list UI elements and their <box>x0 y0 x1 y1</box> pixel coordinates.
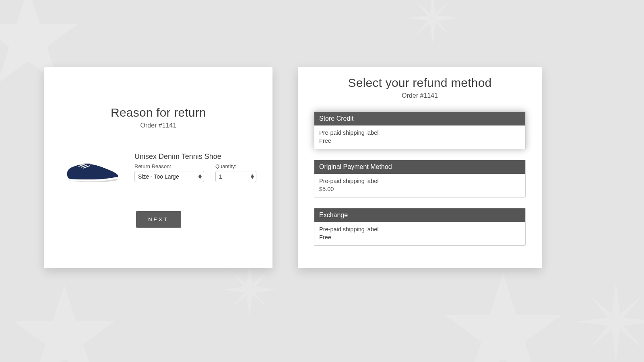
bg-star-icon <box>12 282 117 362</box>
svg-marker-17 <box>14 285 115 362</box>
bg-burst-icon <box>576 282 644 362</box>
svg-marker-15 <box>250 270 269 290</box>
quantity-value: 1 <box>219 173 222 180</box>
product-row: Unisex Denim Tennis Shoe Return Reason: … <box>60 152 256 186</box>
svg-marker-18 <box>445 273 561 362</box>
select-stepper-icon <box>197 172 203 181</box>
refund-option-price: $5.00 <box>319 186 520 192</box>
order-number: Order #1141 <box>314 92 526 99</box>
refund-option-title: Original Payment Method <box>314 160 525 174</box>
bg-star-icon <box>443 269 564 362</box>
return-reason-value: Size - Too Large <box>138 173 179 180</box>
quantity-select[interactable]: 1 <box>215 171 256 182</box>
svg-marker-21 <box>576 318 616 326</box>
refund-option-price: Free <box>319 138 520 144</box>
svg-marker-4 <box>433 16 459 21</box>
svg-marker-12 <box>250 287 278 292</box>
svg-marker-6 <box>433 18 451 37</box>
svg-marker-5 <box>415 0 433 18</box>
refund-option-title: Exchange <box>314 208 525 222</box>
svg-marker-29 <box>198 177 202 179</box>
return-reason-label: Return Reason: <box>134 163 204 169</box>
svg-marker-14 <box>250 290 269 309</box>
svg-marker-3 <box>407 16 433 21</box>
bg-burst-icon <box>221 261 278 318</box>
svg-marker-31 <box>251 177 254 179</box>
return-reason-select[interactable]: Size - Too Large <box>134 171 204 182</box>
svg-marker-20 <box>612 322 620 362</box>
svg-marker-24 <box>616 322 644 350</box>
panel-title: Select your refund method <box>314 76 526 90</box>
svg-marker-2 <box>430 18 436 44</box>
refund-option-original-payment[interactable]: Original Payment Method Pre-paid shippin… <box>314 160 526 197</box>
refund-method-panel: Select your refund method Order #1141 St… <box>298 67 542 268</box>
return-reason-panel: Reason for return Order #1141 Unisex Den… <box>44 67 272 268</box>
svg-marker-25 <box>616 294 644 322</box>
svg-marker-23 <box>588 294 616 322</box>
svg-marker-16 <box>230 290 250 309</box>
svg-marker-7 <box>433 0 451 18</box>
svg-marker-26 <box>588 322 616 350</box>
panel-title: Reason for return <box>60 106 256 119</box>
refund-option-desc: Pre-paid shipping label <box>319 178 520 184</box>
next-button[interactable]: NEXT <box>136 211 181 228</box>
refund-option-title: Store Credit <box>314 112 525 125</box>
refund-option-store-credit[interactable]: Store Credit Pre-paid shipping label Fre… <box>314 111 526 149</box>
product-image <box>60 152 125 186</box>
order-number: Order #1141 <box>60 122 256 129</box>
quantity-label: Quantity: <box>215 163 256 169</box>
product-name: Unisex Denim Tennis Shoe <box>134 152 256 161</box>
svg-marker-13 <box>230 270 250 290</box>
svg-marker-10 <box>247 290 252 318</box>
svg-marker-11 <box>221 287 250 292</box>
refund-option-price: Free <box>319 234 520 241</box>
select-stepper-icon <box>250 172 255 181</box>
refund-option-desc: Pre-paid shipping label <box>319 226 520 232</box>
refund-option-exchange[interactable]: Exchange Pre-paid shipping label Free <box>314 208 526 246</box>
svg-marker-19 <box>612 282 620 322</box>
bg-burst-icon <box>407 0 459 44</box>
refund-option-desc: Pre-paid shipping label <box>319 130 520 136</box>
svg-marker-8 <box>415 18 433 37</box>
